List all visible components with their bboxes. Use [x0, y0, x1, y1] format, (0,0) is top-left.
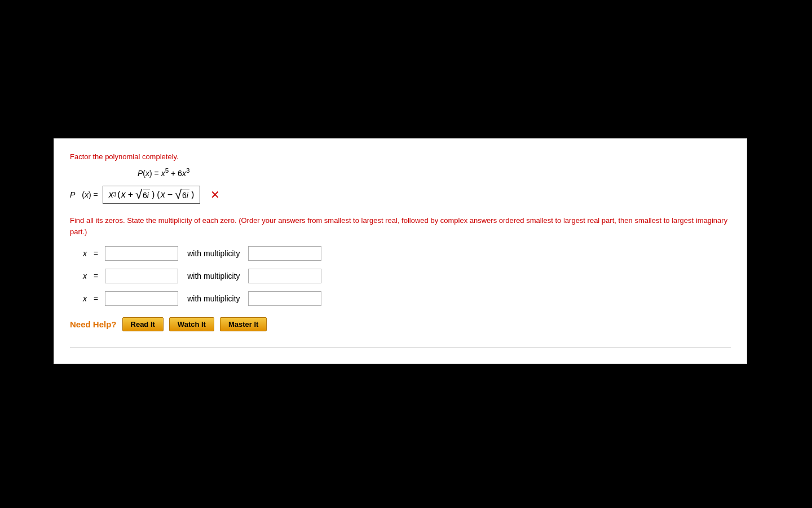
multiplicity-label-2: with multiplicity: [187, 271, 240, 281]
given-equation: P(x) = x5 + 6x3: [138, 167, 731, 178]
sqrt-symbol: √: [135, 189, 142, 201]
zero-value-input-1[interactable]: [105, 246, 178, 261]
read-it-button[interactable]: Read It: [122, 317, 164, 331]
incorrect-icon[interactable]: ✕: [210, 188, 220, 202]
zero-label-1: x: [70, 249, 87, 258]
zero-row-3: x = with multiplicity: [70, 291, 731, 306]
factored-label: P: [70, 190, 75, 199]
factored-answer-row: P (x) = x3 ( x + √ 6i ) ( x − √ 6i ) ✕: [70, 186, 731, 204]
main-panel: Factor the polynomial completely. P(x) =…: [54, 138, 747, 364]
zero-row-2: x = with multiplicity: [70, 269, 731, 283]
sqrt-symbol-2: √: [175, 189, 182, 201]
multiplicity-label-1: with multiplicity: [187, 249, 240, 258]
zero-row-1: x = with multiplicity: [70, 246, 731, 261]
factored-equals: (x) =: [82, 190, 98, 199]
zeros-instruction: Find all its zeros. State the multiplici…: [70, 215, 731, 239]
zero-equals-2: =: [94, 271, 98, 281]
factored-math-box: x3 ( x + √ 6i ) ( x − √ 6i ): [103, 186, 201, 204]
watch-it-button[interactable]: Watch It: [169, 317, 214, 331]
multiplicity-input-1[interactable]: [248, 246, 321, 261]
zero-label-2: x: [70, 271, 87, 281]
need-help-section: Need Help? Read It Watch It Master It: [70, 317, 731, 331]
zero-label-3: x: [70, 294, 87, 303]
zero-equals-1: =: [94, 249, 98, 258]
radical-content-plus: 6i: [143, 190, 150, 200]
bottom-divider: [70, 347, 731, 348]
radical-minus: √ 6i: [175, 189, 189, 201]
multiplicity-label-3: with multiplicity: [187, 294, 240, 303]
multiplicity-input-3[interactable]: [248, 291, 321, 306]
zero-value-input-2[interactable]: [105, 269, 178, 283]
zero-equals-3: =: [94, 294, 98, 303]
radical-plus: √ 6i: [135, 189, 150, 201]
multiplicity-input-2[interactable]: [248, 269, 321, 283]
radical-content-minus: 6i: [182, 190, 189, 200]
zero-value-input-3[interactable]: [105, 291, 178, 306]
given-equation-label: P: [138, 169, 143, 178]
need-help-label: Need Help?: [70, 319, 117, 329]
factor-instruction: Factor the polynomial completely.: [70, 152, 731, 161]
master-it-button[interactable]: Master It: [220, 317, 267, 331]
